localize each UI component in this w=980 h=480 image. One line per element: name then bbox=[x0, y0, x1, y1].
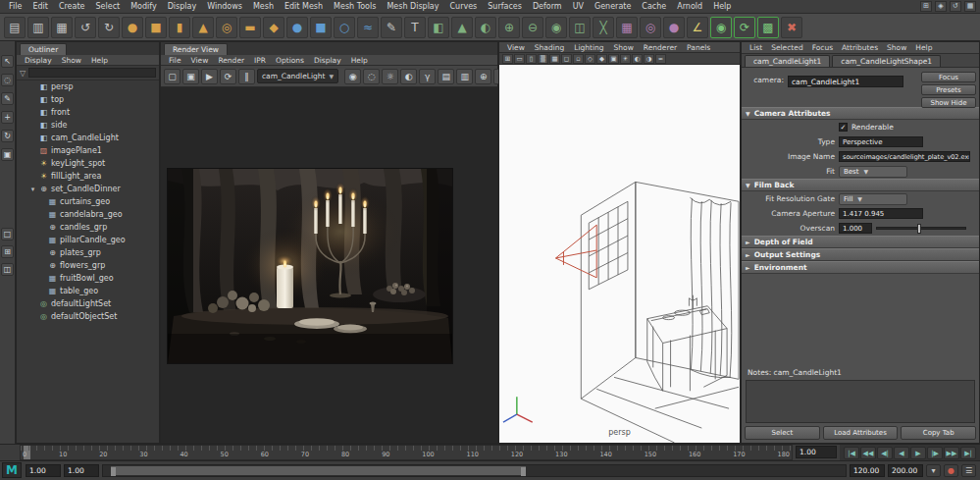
render-menu-file[interactable]: File bbox=[165, 56, 185, 65]
ambient-occlusion-icon[interactable]: ◑ bbox=[644, 54, 654, 64]
go-to-start-button[interactable]: |◀ bbox=[844, 447, 859, 459]
zoom-1-1-icon[interactable]: ⊕ bbox=[475, 69, 491, 84]
ae-menu-show[interactable]: Show bbox=[883, 43, 910, 52]
notes-textarea[interactable] bbox=[746, 380, 975, 423]
render-menu-display[interactable]: Display bbox=[310, 56, 345, 65]
redo-icon[interactable]: ↻ bbox=[98, 17, 120, 38]
ipr-shelf-icon[interactable]: ⟳ bbox=[734, 17, 755, 38]
type-field[interactable]: Perspective bbox=[839, 136, 923, 147]
poly-cube-icon[interactable]: ■ bbox=[145, 17, 167, 38]
multi-cut-icon[interactable]: ╳ bbox=[593, 17, 614, 38]
menu-help[interactable]: Help bbox=[708, 2, 736, 11]
quad-draw-icon[interactable]: ▦ bbox=[616, 17, 638, 38]
viewport-menu-renderer[interactable]: Renderer bbox=[640, 43, 681, 52]
ae-menu-selected[interactable]: Selected bbox=[767, 43, 807, 52]
single-pane-layout[interactable]: □ bbox=[1, 228, 14, 240]
viewport-canvas[interactable]: persp bbox=[499, 65, 740, 443]
target-weld-icon[interactable]: ◎ bbox=[640, 17, 661, 38]
outliner-item-imageplane1[interactable]: ▨imagePlane1 bbox=[17, 144, 159, 157]
snap-point-icon[interactable]: ◈ bbox=[935, 1, 947, 12]
menu-surfaces[interactable]: Surfaces bbox=[483, 2, 527, 11]
sculpt-tool-icon[interactable]: ● bbox=[663, 17, 685, 38]
playback-range[interactable] bbox=[111, 466, 527, 475]
scale-tool[interactable]: ▣ bbox=[1, 148, 14, 161]
viewport-menu-panels[interactable]: Panels bbox=[683, 43, 714, 52]
outliner-item-candles-grp[interactable]: ⊕candles_grp bbox=[17, 221, 159, 234]
play-forwards-button[interactable]: ▶ bbox=[910, 447, 926, 459]
outliner-item-fruitbowl-geo[interactable]: ▦fruitBowl_geo bbox=[17, 272, 159, 285]
outliner-tab[interactable]: Outliner bbox=[20, 43, 67, 55]
curve-tool-icon[interactable]: ≈ bbox=[357, 17, 379, 38]
presets-button[interactable]: Presets bbox=[921, 84, 976, 95]
render-menu-view[interactable]: View bbox=[187, 56, 213, 65]
poly-torus-icon[interactable]: ◎ bbox=[216, 17, 237, 38]
menu-mesh-tools[interactable]: Mesh Tools bbox=[329, 2, 381, 11]
animation-start-field[interactable]: 1.00 bbox=[26, 464, 61, 477]
animation-preferences-button[interactable]: ☰ bbox=[961, 464, 976, 477]
wireframe-icon[interactable]: ◇ bbox=[585, 54, 595, 64]
section-header-depth-of-field[interactable]: ►Depth of Field bbox=[742, 236, 979, 248]
poly-sphere-icon[interactable]: ● bbox=[122, 17, 143, 38]
menu-file[interactable]: File bbox=[4, 2, 26, 11]
menu-arnold[interactable]: Arnold bbox=[672, 2, 707, 11]
go-to-end-button[interactable]: ▶| bbox=[960, 447, 976, 459]
viewport-menu-view[interactable]: View bbox=[503, 43, 529, 52]
outliner-menu-display[interactable]: Display bbox=[21, 56, 56, 65]
open-scene-icon[interactable]: ▥ bbox=[27, 17, 49, 38]
section-header-film-back[interactable]: ▼Film Back bbox=[742, 179, 979, 191]
ae-menu-attributes[interactable]: Attributes bbox=[838, 43, 882, 52]
paint-select-tool[interactable]: ✎ bbox=[1, 92, 14, 105]
range-end-handle[interactable] bbox=[521, 467, 526, 476]
close-shelf-icon[interactable]: ✖ bbox=[781, 17, 802, 38]
open-image-icon[interactable]: ▥ bbox=[456, 69, 473, 84]
bevel-icon[interactable]: ◧ bbox=[428, 17, 449, 38]
ae-tab-cam-candlelight1[interactable]: cam_CandleLight1 bbox=[745, 55, 830, 67]
load-attributes-button[interactable]: Load Attributes bbox=[823, 426, 899, 440]
slider-handle[interactable] bbox=[917, 224, 921, 234]
render-settings-icon[interactable]: ▦ bbox=[964, 1, 976, 12]
combine-icon[interactable]: ⊕ bbox=[498, 17, 520, 38]
render-icon[interactable]: ▶ bbox=[201, 69, 218, 84]
shaded-icon[interactable]: ◆ bbox=[596, 54, 607, 64]
step-back-frame-button[interactable]: ◀◀ bbox=[860, 447, 876, 459]
pause-ipr-icon[interactable]: ‖ bbox=[238, 69, 255, 84]
menu-edit[interactable]: Edit bbox=[27, 2, 53, 11]
render-camera-select[interactable]: cam_CandleLight▼ bbox=[257, 69, 338, 83]
poly-cone-icon[interactable]: ▲ bbox=[192, 17, 214, 38]
overscan-field[interactable]: 1.000 bbox=[839, 223, 872, 234]
outliner-item-table-geo[interactable]: ▦table_geo bbox=[17, 285, 159, 297]
gamma-icon[interactable]: γ bbox=[419, 69, 436, 84]
range-bar[interactable] bbox=[102, 464, 847, 477]
rgb-channel-icon[interactable]: ◉ bbox=[344, 69, 361, 84]
outliner-filter[interactable]: ▽ bbox=[17, 66, 159, 80]
outliner-item-flowers-grp[interactable]: ⊕flowers_grp bbox=[17, 259, 159, 272]
menu-windows[interactable]: Windows bbox=[202, 2, 247, 11]
render-menu-help[interactable]: Help bbox=[347, 56, 372, 65]
boolean-icon[interactable]: ◐ bbox=[475, 17, 496, 38]
ipr-render-icon[interactable]: ⟳ bbox=[220, 69, 236, 84]
joint-tool-icon[interactable]: ∠ bbox=[687, 17, 708, 38]
show-hide-button[interactable]: Show Hide bbox=[921, 97, 976, 108]
section-header-camera-attributes[interactable]: ▼Camera Attributes bbox=[742, 107, 979, 120]
shadows-icon[interactable]: ◐ bbox=[632, 54, 643, 64]
gate-mask-icon[interactable]: ▒ bbox=[538, 54, 548, 64]
current-time-field[interactable]: 1.00 bbox=[796, 446, 837, 458]
nurbs-cube-icon[interactable]: ■ bbox=[310, 17, 332, 38]
renderable-checkbox[interactable]: ✓ bbox=[839, 123, 848, 132]
step-forward-key-button[interactable]: |▶ bbox=[927, 447, 943, 459]
camera-name-input[interactable]: cam_CandleLight1 bbox=[788, 76, 903, 87]
viewport-menu-shading[interactable]: Shading bbox=[531, 43, 568, 52]
menu-cache[interactable]: Cache bbox=[637, 2, 671, 11]
two-pane-layout[interactable]: ◫ bbox=[1, 263, 14, 276]
select-button[interactable]: Select bbox=[745, 426, 820, 440]
safe-title-icon[interactable]: ▫ bbox=[573, 54, 584, 64]
outliner-item-pillarcandle-geo[interactable]: ▦pillarCandle_geo bbox=[17, 234, 159, 246]
snapshot-icon[interactable]: ▣ bbox=[182, 69, 199, 84]
save-image-icon[interactable]: ▤ bbox=[438, 69, 454, 84]
fit-dropdown[interactable]: Best▼ bbox=[839, 166, 907, 178]
save-scene-icon[interactable]: ▦ bbox=[51, 17, 73, 38]
render-menu-render[interactable]: Render bbox=[214, 56, 248, 65]
pencil-curve-icon[interactable]: ✎ bbox=[381, 17, 402, 38]
menu-edit-mesh[interactable]: Edit Mesh bbox=[280, 2, 328, 11]
contrast-icon[interactable]: ◐ bbox=[400, 69, 417, 84]
